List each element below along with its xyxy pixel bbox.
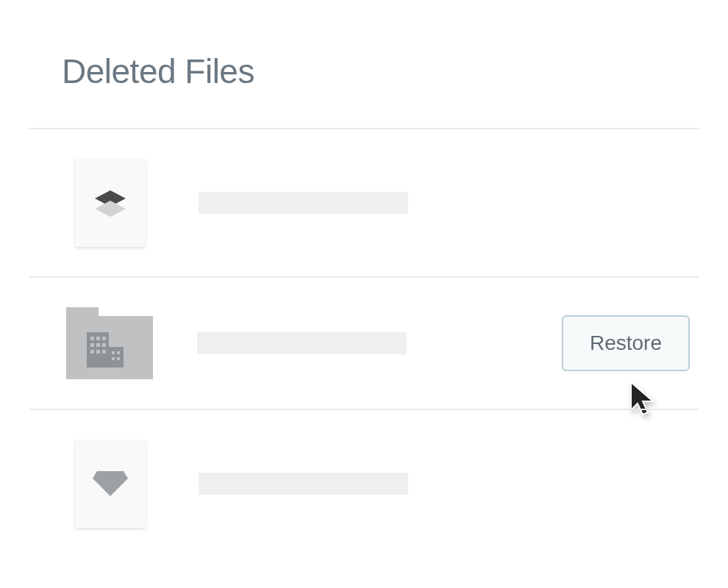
page-title: Deleted Files: [29, 0, 699, 128]
svg-rect-5: [109, 347, 124, 368]
svg-rect-12: [90, 350, 94, 354]
svg-rect-15: [112, 351, 115, 354]
svg-rect-17: [112, 357, 115, 360]
layers-icon: [93, 187, 127, 218]
file-name-placeholder: [197, 332, 407, 354]
svg-rect-14: [102, 350, 106, 354]
folder-building-icon: [66, 307, 153, 379]
file-row[interactable]: [29, 409, 699, 557]
file-name-placeholder: [199, 192, 408, 214]
svg-rect-6: [90, 337, 94, 340]
file-thumbnail-wrapper: [66, 159, 154, 247]
svg-marker-1: [95, 201, 126, 217]
svg-marker-20: [93, 471, 128, 496]
folder-thumbnail: [66, 307, 153, 379]
file-thumbnail-wrapper: [66, 440, 154, 528]
file-row[interactable]: [29, 128, 699, 276]
svg-rect-9: [90, 343, 94, 347]
restore-button[interactable]: Restore: [562, 315, 690, 371]
file-row[interactable]: Restore: [29, 276, 699, 409]
file-thumbnail: [75, 159, 146, 247]
svg-rect-13: [96, 350, 100, 354]
svg-rect-7: [96, 337, 100, 340]
file-name-placeholder: [199, 473, 408, 495]
svg-rect-8: [102, 337, 106, 340]
file-thumbnail: [75, 440, 146, 528]
svg-rect-18: [117, 357, 120, 360]
svg-rect-10: [96, 343, 100, 347]
svg-rect-11: [102, 343, 106, 347]
svg-rect-16: [117, 351, 120, 354]
diamond-icon: [93, 470, 128, 498]
deleted-files-list: Restore: [29, 128, 699, 557]
